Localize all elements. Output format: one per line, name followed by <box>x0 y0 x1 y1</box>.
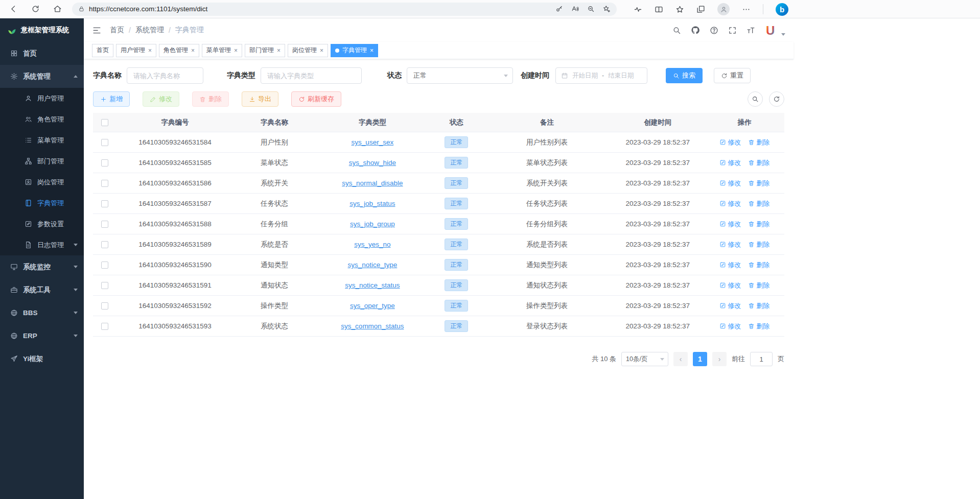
row-checkbox[interactable] <box>101 139 108 146</box>
dict-type-link[interactable]: sys_normal_disable <box>342 179 403 187</box>
edit-link[interactable]: 修改 <box>719 179 741 188</box>
current-page-button[interactable]: 1 <box>693 352 707 366</box>
edit-link[interactable]: 修改 <box>719 322 741 331</box>
dict-name-input[interactable] <box>127 67 203 84</box>
edit-link[interactable]: 修改 <box>719 240 741 249</box>
close-icon[interactable]: × <box>277 47 281 54</box>
sidebar-item-yi-framework[interactable]: Yi框架 <box>0 347 84 370</box>
sidebar-item-system-management[interactable]: 系统管理 <box>0 65 84 88</box>
tab-post-management[interactable]: 岗位管理 × <box>288 44 328 57</box>
delete-link[interactable]: 删除 <box>748 158 769 168</box>
browser-menu-icon[interactable] <box>742 5 751 14</box>
close-icon[interactable]: × <box>191 47 195 54</box>
refresh-cache-button[interactable]: 刷新缓存 <box>291 91 341 107</box>
breadcrumb-system[interactable]: 系统管理 <box>135 26 164 35</box>
delete-button[interactable]: 删除 <box>192 91 229 107</box>
bing-chat-icon[interactable]: b <box>776 3 788 16</box>
edit-button[interactable]: 修改 <box>143 91 179 107</box>
dict-type-link[interactable]: sys_notice_status <box>345 281 400 289</box>
sidebar-item-user-management[interactable]: 用户管理 <box>0 88 84 109</box>
dict-type-link[interactable]: sys_user_sex <box>352 138 394 146</box>
close-icon[interactable]: × <box>234 47 238 54</box>
delete-link[interactable]: 删除 <box>748 138 769 147</box>
refresh-table-button[interactable] <box>769 91 784 107</box>
edit-link[interactable]: 修改 <box>719 220 741 229</box>
sidebar-item-system-monitor[interactable]: 系统监控 <box>0 255 84 278</box>
edit-link[interactable]: 修改 <box>719 281 741 290</box>
sidebar-item-system-tools[interactable]: 系统工具 <box>0 278 84 301</box>
dict-type-link[interactable]: sys_job_group <box>350 220 395 228</box>
close-icon[interactable]: × <box>320 47 323 54</box>
dict-type-link[interactable]: sys_notice_type <box>347 261 397 269</box>
delete-link[interactable]: 删除 <box>748 322 769 331</box>
user-avatar-logo[interactable]: U <box>765 23 785 37</box>
site-lock-icon[interactable] <box>78 6 85 12</box>
sidebar-item-log-management[interactable]: 日志管理 <box>0 234 84 255</box>
search-button[interactable]: 搜索 <box>666 68 703 83</box>
close-icon[interactable]: × <box>148 47 152 54</box>
sidebar-item-dict-management[interactable]: 字典管理 <box>0 193 84 213</box>
hamburger-icon[interactable] <box>92 26 102 35</box>
close-icon[interactable]: × <box>370 47 374 54</box>
tab-dept-management[interactable]: 部门管理 × <box>245 44 285 57</box>
sidebar-item-post-management[interactable]: 岗位管理 <box>0 172 84 193</box>
delete-link[interactable]: 删除 <box>748 281 769 290</box>
dict-type-link[interactable]: sys_common_status <box>341 322 404 330</box>
profile-avatar[interactable] <box>717 3 730 15</box>
sidebar-item-erp[interactable]: ERP <box>0 324 84 347</box>
zoom-out-icon[interactable] <box>587 5 595 13</box>
tab-menu-management[interactable]: 菜单管理 × <box>202 44 242 57</box>
page-size-select[interactable]: 10条/页 <box>621 352 668 366</box>
back-icon[interactable] <box>9 5 18 13</box>
goto-page-input[interactable] <box>750 352 773 366</box>
edit-link[interactable]: 修改 <box>719 199 741 208</box>
delete-link[interactable]: 删除 <box>748 199 769 208</box>
prev-page-button[interactable]: ‹ <box>673 352 688 366</box>
home-icon[interactable] <box>53 5 62 13</box>
sidebar-item-role-management[interactable]: 角色管理 <box>0 109 84 130</box>
breadcrumb-home[interactable]: 首页 <box>110 26 124 35</box>
sidebar-item-home[interactable]: 首页 <box>0 42 84 65</box>
delete-link[interactable]: 删除 <box>748 220 769 229</box>
export-button[interactable]: 导出 <box>242 91 278 107</box>
reset-button[interactable]: 重置 <box>714 68 751 83</box>
favorites-icon[interactable] <box>675 5 684 14</box>
select-all-checkbox[interactable] <box>101 119 108 126</box>
sidebar-item-param-settings[interactable]: 参数设置 <box>0 213 84 234</box>
dict-type-input[interactable] <box>261 67 362 84</box>
row-checkbox[interactable] <box>101 221 108 228</box>
edit-link[interactable]: 修改 <box>719 138 741 147</box>
row-checkbox[interactable] <box>101 282 108 289</box>
dict-type-link[interactable]: sys_job_status <box>349 200 395 207</box>
delete-link[interactable]: 删除 <box>748 179 769 188</box>
row-checkbox[interactable] <box>101 262 108 269</box>
refresh-icon[interactable] <box>31 5 40 13</box>
tab-dict-management[interactable]: 字典管理 × <box>331 44 378 57</box>
next-page-button[interactable]: › <box>712 352 727 366</box>
sidebar-item-menu-management[interactable]: 菜单管理 <box>0 130 84 151</box>
edit-link[interactable]: 修改 <box>719 158 741 168</box>
browser-essentials-icon[interactable] <box>634 5 642 14</box>
url-text[interactable]: https://ccnetcore.com:1101/system/dict <box>89 5 551 13</box>
sidebar-item-dept-management[interactable]: 部门管理 <box>0 151 84 172</box>
font-size-icon[interactable] <box>746 26 755 35</box>
help-icon[interactable] <box>710 26 718 35</box>
tab-role-management[interactable]: 角色管理 × <box>159 44 199 57</box>
split-screen-icon[interactable] <box>655 5 663 14</box>
status-select[interactable]: 正常 <box>407 67 513 84</box>
row-checkbox[interactable] <box>101 180 108 187</box>
add-favorite-icon[interactable] <box>603 5 611 13</box>
dict-type-link[interactable]: sys_oper_type <box>350 302 395 310</box>
edit-link[interactable]: 修改 <box>719 301 741 311</box>
row-checkbox[interactable] <box>101 323 108 330</box>
date-range-picker[interactable]: 开始日期 - 结束日期 <box>555 67 647 84</box>
password-key-icon[interactable] <box>555 5 563 13</box>
show-search-toggle[interactable] <box>748 91 763 107</box>
tab-user-management[interactable]: 用户管理 × <box>116 44 156 57</box>
add-button[interactable]: 新增 <box>93 91 130 107</box>
row-checkbox[interactable] <box>101 159 108 167</box>
dict-type-link[interactable]: sys_show_hide <box>349 159 396 167</box>
delete-link[interactable]: 删除 <box>748 240 769 249</box>
github-icon[interactable] <box>691 26 700 35</box>
fullscreen-icon[interactable] <box>728 26 737 35</box>
